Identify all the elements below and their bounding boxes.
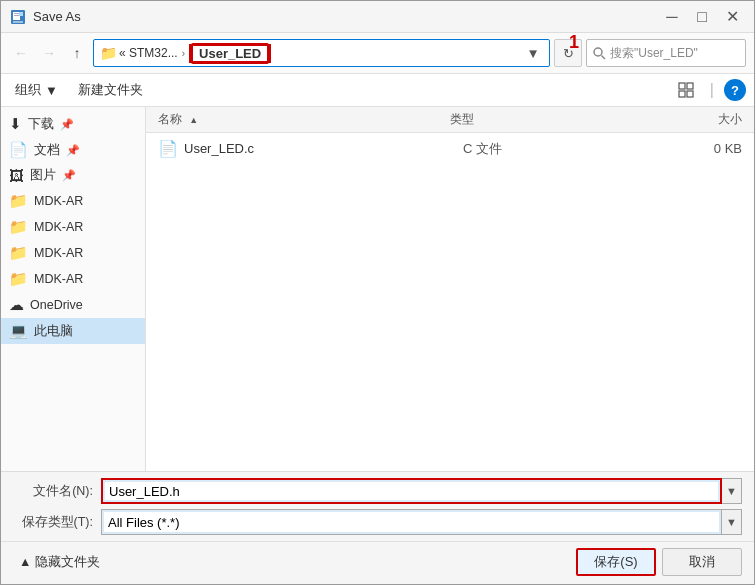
sidebar-item-label-thispc: 此电脑: [34, 323, 73, 340]
save-as-dialog: Save As ─ □ ✕ ← → ↑ 📁 « STM32... › User_…: [0, 0, 755, 585]
toolbar: 组织 ▼ 新建文件夹 | ?: [1, 74, 754, 107]
download-icon: ⬇: [9, 115, 22, 133]
filename-input-wrap: ▼: [101, 478, 742, 504]
filetype-input[interactable]: [101, 509, 722, 535]
sidebar-item-mdk3[interactable]: 📁 MDK-AR: [1, 240, 145, 266]
address-bar: ← → ↑ 📁 « STM32... › User_LED ▼ 1 ↻ 搜索"U…: [1, 33, 754, 74]
svg-rect-8: [679, 83, 685, 89]
svg-line-7: [602, 55, 606, 59]
sidebar-item-mdk4[interactable]: 📁 MDK-AR: [1, 266, 145, 292]
organize-button[interactable]: 组织 ▼: [9, 78, 64, 102]
filetype-dropdown-arrow[interactable]: ▼: [722, 509, 742, 535]
sidebar-item-mdk2[interactable]: 📁 MDK-AR: [1, 214, 145, 240]
view-button[interactable]: [672, 78, 700, 102]
title-bar: Save As ─ □ ✕: [1, 1, 754, 33]
bottom-bar: 文件名(N): ▼ 保存类型(T): ▼: [1, 471, 754, 541]
pin-icon-document: 📌: [66, 144, 80, 157]
file-size: 0 KB: [649, 141, 742, 156]
sidebar-item-label-onedrive: OneDrive: [30, 298, 83, 312]
back-button[interactable]: ←: [9, 41, 33, 65]
sidebar-item-label-picture: 图片: [30, 167, 56, 184]
maximize-button[interactable]: □: [688, 6, 716, 28]
path-bar[interactable]: 📁 « STM32... › User_LED ▼ 1: [93, 39, 550, 67]
svg-point-6: [594, 48, 602, 56]
file-name: User_LED.c: [184, 141, 463, 156]
forward-button[interactable]: →: [37, 41, 61, 65]
file-row[interactable]: 📄 User_LED.c C 文件 0 KB: [146, 133, 754, 165]
hide-files-button[interactable]: ▲ 隐藏文件夹: [13, 551, 106, 574]
sidebar-item-label-mdk4: MDK-AR: [34, 272, 83, 286]
file-list: 名称 ▲ 类型 大小 📄 User_LED.c C 文件 0 KB: [146, 107, 754, 471]
window-controls: ─ □ ✕: [658, 6, 746, 28]
pin-icon-download: 📌: [60, 118, 74, 131]
svg-rect-5: [13, 21, 23, 23]
file-list-header: 名称 ▲ 类型 大小: [146, 107, 754, 133]
svg-rect-2: [14, 13, 19, 14]
filetype-row: 保存类型(T): ▼: [13, 509, 742, 535]
sidebar-item-label-mdk2: MDK-AR: [34, 220, 83, 234]
sidebar-item-mdk1[interactable]: 📁 MDK-AR: [1, 188, 145, 214]
new-folder-button[interactable]: 新建文件夹: [72, 78, 149, 102]
save-label: 保存(S): [594, 554, 637, 569]
sidebar-item-label-download: 下载: [28, 116, 54, 133]
sidebar-item-picture[interactable]: 🖼 图片 📌: [1, 163, 145, 188]
up-button[interactable]: ↑: [65, 41, 89, 65]
save-button-wrap: 保存(S): [576, 548, 656, 576]
file-type: C 文件: [463, 140, 649, 158]
path-current-box: User_LED: [189, 44, 271, 63]
sidebar-item-download[interactable]: ⬇ 下载 📌: [1, 111, 145, 137]
pin-icon-picture: 📌: [62, 169, 76, 182]
search-placeholder: 搜索"User_LED": [610, 45, 698, 62]
filename-label: 文件名(N):: [13, 483, 93, 500]
close-button[interactable]: ✕: [718, 6, 746, 28]
col-header-size: 大小: [645, 111, 742, 128]
sidebar: ⬇ 下载 📌 📄 文档 📌 🖼 图片 📌 📁 MDK-AR 📁 MDK-AR: [1, 107, 146, 471]
folder-icon-mdk1: 📁: [9, 192, 28, 210]
sort-icon: ▲: [189, 115, 198, 125]
cancel-label: 取消: [689, 554, 715, 569]
content-area: ⬇ 下载 📌 📄 文档 📌 🖼 图片 📌 📁 MDK-AR 📁 MDK-AR: [1, 107, 754, 471]
filetype-label: 保存类型(T):: [13, 514, 93, 531]
thispc-icon: 💻: [9, 322, 28, 340]
cancel-button[interactable]: 取消: [662, 548, 742, 576]
folder-icon-mdk4: 📁: [9, 270, 28, 288]
filename-row: 文件名(N): ▼: [13, 478, 742, 504]
refresh-button[interactable]: ↻: [554, 39, 582, 67]
path-chevron: ›: [182, 48, 185, 59]
folder-icon: 📁: [100, 45, 117, 61]
view-icon: [678, 82, 694, 98]
sidebar-item-document[interactable]: 📄 文档 📌: [1, 137, 145, 163]
search-icon: [593, 47, 606, 60]
search-box[interactable]: 搜索"User_LED": [586, 39, 746, 67]
path-parent: 📁 « STM32...: [100, 45, 178, 61]
filename-input[interactable]: [101, 478, 722, 504]
folder-icon-mdk3: 📁: [9, 244, 28, 262]
sidebar-item-thispc[interactable]: 💻 此电脑: [1, 318, 145, 344]
sidebar-item-label-document: 文档: [34, 142, 60, 159]
help-button[interactable]: ?: [724, 79, 746, 101]
filename-dropdown-arrow[interactable]: ▼: [722, 478, 742, 504]
onedrive-icon: ☁: [9, 296, 24, 314]
organize-label: 组织: [15, 81, 41, 99]
current-folder: User_LED: [191, 43, 269, 64]
minimize-button[interactable]: ─: [658, 6, 686, 28]
svg-rect-10: [679, 91, 685, 97]
svg-rect-3: [14, 15, 19, 16]
path-dropdown-button[interactable]: ▼: [523, 40, 543, 66]
svg-rect-4: [19, 12, 23, 16]
col-header-type: 类型: [450, 111, 645, 128]
filetype-input-wrap: ▼: [101, 509, 742, 535]
sidebar-item-onedrive[interactable]: ☁ OneDrive: [1, 292, 145, 318]
svg-rect-9: [687, 83, 693, 89]
document-icon: 📄: [9, 141, 28, 159]
svg-rect-11: [687, 91, 693, 97]
title-icon: [9, 8, 27, 26]
view-separator: |: [710, 81, 714, 99]
action-row: ▲ 隐藏文件夹 保存(S) 取消: [1, 541, 754, 584]
sidebar-item-label-mdk1: MDK-AR: [34, 194, 83, 208]
file-icon: 📄: [158, 139, 178, 158]
hide-icon: ▲: [19, 555, 31, 569]
folder-icon-mdk2: 📁: [9, 218, 28, 236]
save-button[interactable]: 保存(S): [576, 548, 656, 576]
sidebar-item-label-mdk3: MDK-AR: [34, 246, 83, 260]
